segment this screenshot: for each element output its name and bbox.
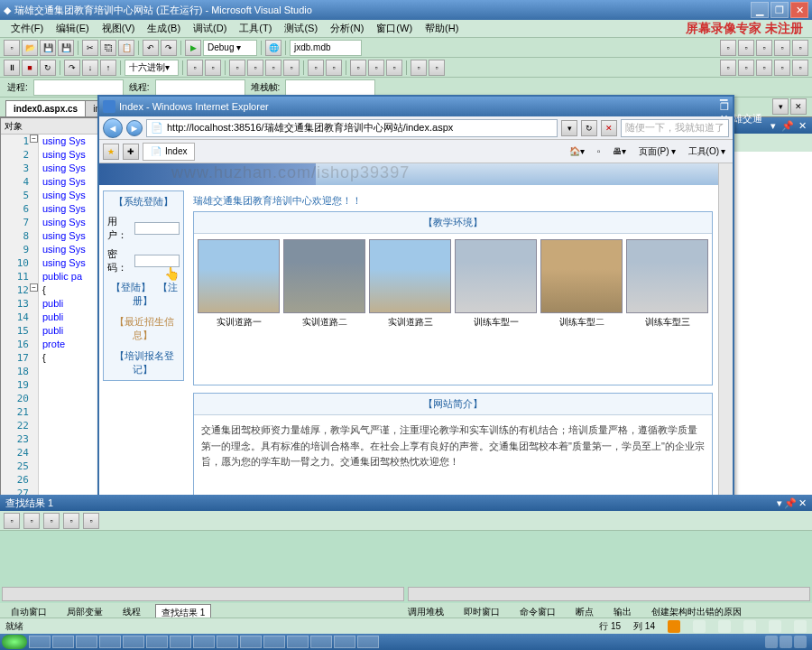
toolbar-icon[interactable]: ▫ [205,60,221,76]
pass-input[interactable] [134,255,180,267]
close-button[interactable]: ✕ [790,2,808,18]
gallery-image[interactable] [540,239,623,313]
toolbar-icon[interactable]: ▫ [247,60,263,76]
menu-window[interactable]: 窗口(W) [371,20,418,37]
copy-icon[interactable]: ⿻ [100,40,116,56]
tray-icon[interactable] [769,620,781,633]
ie-titlebar[interactable]: Index - Windows Internet Explorer ▁ ❐ ✕ [99,97,733,116]
gallery-image[interactable] [283,239,365,313]
tab-dropdown-icon[interactable]: ▾ [772,98,789,115]
paste-icon[interactable]: 📋 [118,40,134,56]
tool-icon[interactable]: ▫ [720,40,736,56]
task-item[interactable] [52,636,74,648]
open-icon[interactable]: 📂 [22,40,38,56]
task-item[interactable] [334,636,355,648]
ie-minimize-button[interactable]: ▁ [720,89,729,101]
gallery-image[interactable] [198,239,280,313]
toolbar-icon[interactable]: ▫ [411,60,427,76]
pane-dropdown-icon[interactable]: ▾ [777,497,782,509]
cut-icon[interactable]: ✂ [82,40,98,56]
refresh-icon[interactable]: ↻ [581,120,597,136]
start-button[interactable] [2,635,27,649]
menu-help[interactable]: 帮助(H) [420,20,464,37]
task-item[interactable] [310,636,332,648]
ie-maximize-button[interactable]: ❐ [720,101,729,113]
save-all-icon[interactable]: 💾 [58,40,74,56]
feed-icon[interactable]: ▫ [594,144,604,158]
undo-icon[interactable]: ↶ [143,40,159,56]
tool-icon[interactable]: ▫ [738,40,754,56]
hex-dropdown[interactable]: 十六进制 ▾ [125,60,179,76]
home-icon[interactable]: 🏠▾ [566,144,588,158]
task-item[interactable] [123,636,144,648]
h-scrollbar[interactable] [408,587,810,601]
forward-button[interactable]: ► [126,120,143,136]
search-input[interactable]: 随便一下，我就知道了 [621,119,729,137]
start-debug-icon[interactable]: ▶ [185,40,201,56]
login-button[interactable]: 【登陆】 [111,282,151,292]
pane-dropdown-icon[interactable]: ▾ [767,119,780,132]
tray-icon[interactable] [668,620,680,633]
menu-debug[interactable]: 调试(D) [188,20,232,37]
toolbar-icon[interactable]: ▫ [756,60,772,76]
redo-icon[interactable]: ↷ [161,40,177,56]
task-item[interactable] [193,636,215,648]
stop-icon[interactable]: ✕ [601,120,617,136]
fold-icon[interactable]: − [30,135,38,143]
minimize-button[interactable]: ▁ [751,2,769,18]
process-dropdown[interactable] [33,79,124,96]
step-over-icon[interactable]: ↷ [64,60,80,76]
toolbar-icon[interactable]: ▫ [368,60,384,76]
toolbar-icon[interactable]: ▫ [720,60,736,76]
h-scrollbar[interactable] [2,587,404,601]
restart-icon[interactable]: ↻ [40,60,56,76]
task-item[interactable] [263,636,285,648]
print-icon[interactable]: 🖶▾ [609,144,630,158]
toolbar-icon[interactable]: ▫ [326,60,342,76]
gallery-image[interactable] [626,239,708,313]
gallery-image[interactable] [369,239,451,313]
step-out-icon[interactable]: ↑ [100,60,116,76]
add-favorite-icon[interactable]: ✚ [123,144,139,160]
find-tool-icon[interactable]: ▫ [83,513,99,529]
task-item[interactable] [357,636,379,648]
menu-tools[interactable]: 工具(T) [234,20,277,37]
find-tool-icon[interactable]: ▫ [23,513,40,529]
toolbar-icon[interactable]: ▫ [792,60,808,76]
find-tool-icon[interactable]: ▫ [43,513,60,529]
task-item[interactable] [146,636,168,648]
task-item[interactable] [240,636,262,648]
toolbar-icon[interactable]: ▫ [229,60,245,76]
tray-icon[interactable] [780,636,792,648]
doc-tab[interactable]: index0.aspx.cs [5,100,86,116]
toolbar-icon[interactable]: ▫ [308,60,324,76]
menu-view[interactable]: 视图(V) [97,20,141,37]
browser-icon[interactable]: 🌐 [265,40,281,56]
tab-close-icon[interactable]: ✕ [790,98,807,115]
task-item[interactable] [170,636,191,648]
sidebar-link[interactable]: 【培训报名登记】 [115,350,174,375]
toolbar-icon[interactable]: ▫ [774,60,790,76]
url-dropdown-icon[interactable]: ▾ [561,120,577,136]
toolbar-icon[interactable]: ▫ [386,60,402,76]
pane-close-icon[interactable]: ✕ [796,119,808,132]
ie-scrollbar[interactable] [718,163,733,537]
step-into-icon[interactable]: ↓ [82,60,98,76]
tray-icon[interactable] [794,620,807,633]
gallery-image[interactable] [455,239,537,313]
toolbar-icon[interactable]: ▫ [283,60,300,76]
pause-icon[interactable]: ⏸ [4,60,20,76]
tool-icon[interactable]: ▫ [756,40,772,56]
page-menu[interactable]: 页面(P)▾ [635,144,678,160]
stack-dropdown[interactable] [285,79,375,96]
task-item[interactable] [99,636,121,648]
tool-icon[interactable]: ▫ [792,40,808,56]
pane-close-icon[interactable]: ✕ [798,497,807,509]
tray-icon[interactable] [718,620,731,633]
menu-test[interactable]: 测试(S) [279,20,323,37]
save-icon[interactable]: 💾 [40,40,56,56]
toolbar-icon[interactable]: ▫ [350,60,366,76]
tools-menu[interactable]: 工具(O)▾ [685,144,729,160]
pane-pin-icon[interactable]: 📌 [784,497,797,509]
back-button[interactable]: ◄ [103,118,123,138]
